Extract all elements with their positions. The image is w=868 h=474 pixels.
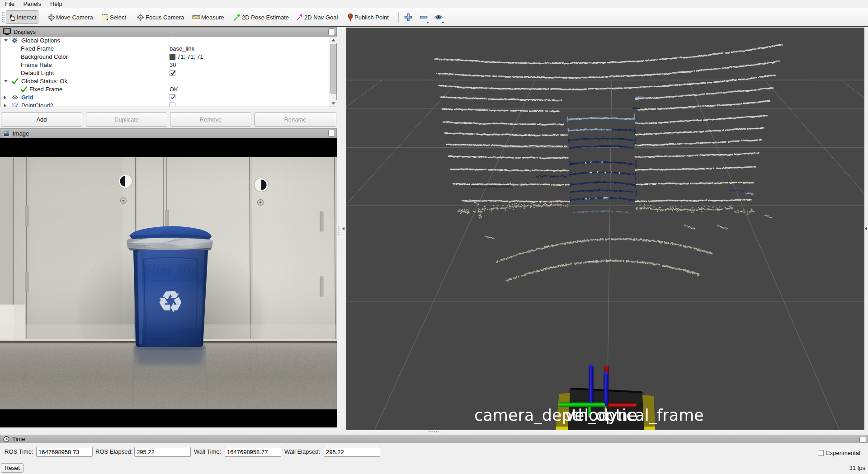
pose-estimate-label: 2D Pose Estimate	[242, 14, 289, 21]
fps-indicator: 31 fps	[849, 465, 865, 471]
image-panel-title: Image	[13, 130, 29, 137]
measure-tool-button[interactable]: Measure	[190, 10, 226, 24]
time-panel-title: Time	[12, 436, 25, 442]
interact-tool-button[interactable]: Interact	[6, 10, 38, 24]
ros-time-label: ROS Time:	[5, 448, 33, 455]
robot-antenna-left	[589, 366, 593, 403]
toolbar-drag-handle[interactable]	[1, 11, 5, 23]
pose-estimate-tool-button[interactable]: 2D Pose Estimate	[231, 10, 291, 24]
tree-row-fixed-frame[interactable]: Fixed Framebase_link	[0, 45, 336, 53]
tree-row-label: Grid	[21, 94, 33, 102]
move-camera-tool-button[interactable]: Move Camera	[46, 10, 95, 24]
image-panel-icon	[3, 130, 10, 137]
horizontal-splitter-right[interactable]	[864, 28, 868, 430]
tree-row-value[interactable]: 71; 71; 71	[170, 53, 203, 61]
tree-expander[interactable]	[4, 96, 6, 99]
image-panel-titlebar[interactable]: Image	[0, 128, 337, 138]
timepanel-resize-grip[interactable]	[429, 431, 439, 433]
tree-row-label: PointCloud2	[21, 102, 53, 107]
tree-row-value[interactable]: OK	[170, 85, 178, 94]
splitter-collapse-arrow-left[interactable]	[342, 227, 344, 230]
time-float-button[interactable]	[859, 436, 866, 443]
zoom-out-dropdown-arrow[interactable]	[426, 22, 429, 23]
zoom-in-button[interactable]	[402, 10, 415, 24]
duplicate-display-button[interactable]: Duplicate	[86, 113, 167, 127]
splitter-collapse-arrow-right[interactable]	[865, 227, 867, 230]
move-camera-label: Move Camera	[56, 14, 93, 21]
toolbar: Interact Move Camera Select Focus Camera	[0, 8, 868, 26]
nav-goal-arrow-icon	[295, 13, 303, 21]
tree-row-default-light[interactable]: Default Light	[0, 69, 336, 77]
tree-row-value[interactable]: 30	[170, 61, 176, 69]
camera-photo: Slim Jim ♻	[0, 138, 337, 427]
nav-goal-tool-button[interactable]: 2D Nav Goal	[293, 10, 340, 24]
nav-goal-label: 2D Nav Goal	[304, 14, 338, 21]
tree-row-status-fixed-frame[interactable]: Fixed FrameOK	[0, 85, 336, 94]
splitter-grip-dots[interactable]	[338, 225, 340, 235]
select-tool-button[interactable]: Select	[99, 10, 128, 24]
cloud-icon	[11, 102, 19, 107]
measure-icon	[192, 14, 200, 20]
tree-row-pointcloud2[interactable]: PointCloud2	[0, 102, 336, 107]
door-handle-right	[255, 178, 269, 192]
wall-time-input[interactable]	[225, 447, 281, 457]
tree-expander[interactable]	[4, 80, 8, 82]
menu-panels[interactable]: Panels	[20, 0, 45, 8]
wall-time-label: Wall Time:	[194, 448, 221, 455]
check-icon	[11, 78, 19, 85]
move-camera-icon	[47, 14, 55, 21]
tree-row-label: Global Status: Ok	[21, 77, 67, 85]
select-label: Select	[110, 14, 126, 21]
add-display-button[interactable]: Add	[1, 113, 82, 127]
displays-panel-icon	[3, 28, 11, 35]
tree-row-label: Background Color	[21, 53, 68, 61]
focus-camera-tool-button[interactable]: Focus Camera	[135, 10, 186, 24]
tree-row-global-options[interactable]: Global Options	[0, 37, 336, 45]
rename-display-button[interactable]: Rename	[254, 113, 336, 127]
publish-point-tool-button[interactable]: Publish Point	[345, 10, 391, 24]
gear-icon	[11, 37, 19, 44]
menu-help[interactable]: Help	[47, 0, 66, 8]
minus-icon	[419, 13, 428, 22]
scrollbar-down-button[interactable]	[330, 100, 337, 107]
wall-elapsed-input[interactable]	[324, 447, 380, 457]
3d-viewport[interactable]: camera_depth_optical_frame velodyne	[346, 28, 864, 430]
tree-row-background-color[interactable]: Background Color71; 71; 71	[0, 53, 336, 61]
tree-row-label: Fixed Frame	[21, 45, 54, 53]
door-handle-left	[118, 174, 132, 188]
grid-icon	[11, 94, 19, 101]
publish-point-label: Publish Point	[354, 14, 389, 21]
displays-panel-titlebar[interactable]: Displays	[0, 27, 337, 36]
tree-row-value[interactable]: base_link	[170, 45, 194, 53]
time-panel-titlebar[interactable]: Time	[0, 435, 868, 443]
tree-row-label: Frame Rate	[21, 61, 52, 69]
tree-row-checkbox[interactable]	[170, 94, 175, 102]
tree-row-global-status[interactable]: Global Status: Ok	[0, 77, 336, 85]
publish-point-pin-icon	[347, 13, 354, 21]
reset-button[interactable]: Reset	[1, 463, 24, 473]
tree-row-frame-rate[interactable]: Frame Rate30	[0, 61, 336, 69]
image-float-button[interactable]	[328, 130, 335, 136]
displays-tree-scrollbar[interactable]	[330, 37, 336, 107]
experimental-checkbox[interactable]	[818, 450, 824, 456]
plus-icon	[404, 13, 413, 22]
recycle-symbol: ♻	[157, 285, 183, 319]
tree-row-checkbox[interactable]	[170, 102, 175, 107]
horizontal-splitter-left[interactable]	[337, 28, 346, 430]
ros-elapsed-input[interactable]	[134, 447, 191, 457]
tree-row-grid[interactable]: Grid	[0, 94, 336, 102]
pose-estimate-arrow-icon	[233, 13, 241, 21]
tree-expander[interactable]	[4, 104, 6, 107]
remove-display-button[interactable]: Remove	[170, 113, 251, 127]
menu-file[interactable]: File	[1, 0, 18, 8]
scrollbar-thumb[interactable]	[330, 44, 336, 94]
scrollbar-up-button[interactable]	[330, 37, 337, 43]
recycle-bin: Slim Jim ♻	[127, 226, 213, 347]
tree-row-checkbox[interactable]	[170, 69, 175, 77]
tree-expander[interactable]	[4, 39, 8, 42]
displays-float-button[interactable]	[328, 28, 335, 35]
visibility-dropdown-arrow[interactable]	[442, 22, 444, 23]
experimental-label: Experimental	[826, 450, 860, 456]
check2-icon	[20, 86, 28, 93]
ros-time-input[interactable]	[36, 447, 93, 457]
